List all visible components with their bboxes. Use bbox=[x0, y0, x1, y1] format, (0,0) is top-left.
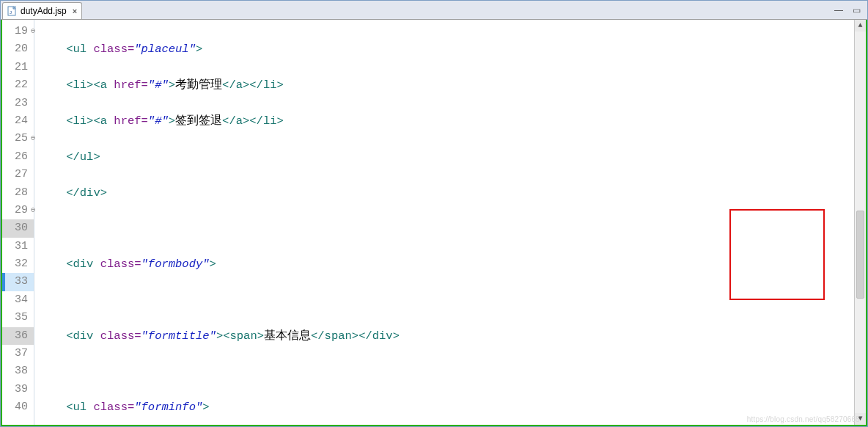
line-number[interactable]: 39 bbox=[2, 381, 34, 398]
watermark: https://blog.csdn.net/qq58270665 bbox=[747, 415, 860, 423]
line-number[interactable]: 37 bbox=[2, 345, 34, 362]
line-number[interactable]: 28 bbox=[2, 184, 34, 202]
tab-dutyadd-jsp[interactable]: J dutyAdd.jsp × bbox=[2, 2, 82, 19]
line-number[interactable]: 30 bbox=[2, 219, 34, 237]
editor-window: J dutyAdd.jsp × — ▭ 19 20 21 22 23 24 25… bbox=[0, 0, 868, 427]
line-number[interactable]: 23 bbox=[2, 95, 34, 112]
window-controls: — ▭ bbox=[832, 1, 867, 19]
line-number[interactable]: 34 bbox=[2, 291, 34, 309]
line-number[interactable]: 35 bbox=[2, 309, 34, 326]
line-number[interactable]: 38 bbox=[2, 362, 34, 380]
scroll-thumb[interactable] bbox=[856, 211, 864, 299]
line-number[interactable]: 25 bbox=[2, 130, 34, 147]
editor-area: 19 20 21 22 23 24 25 26 27 28 29 30 31 3… bbox=[1, 20, 867, 426]
line-number[interactable]: 31 bbox=[2, 238, 34, 255]
minimize-icon[interactable]: — bbox=[832, 5, 845, 15]
line-number[interactable]: 26 bbox=[2, 148, 34, 166]
vertical-scrollbar[interactable]: ▲ ▼ bbox=[854, 20, 866, 425]
svg-text:J: J bbox=[10, 10, 12, 15]
tab-bar: J dutyAdd.jsp × — ▭ bbox=[1, 1, 867, 20]
line-number[interactable]: 24 bbox=[2, 112, 34, 130]
tab-filename: dutyAdd.jsp bbox=[21, 6, 67, 16]
line-number[interactable]: 40 bbox=[2, 398, 34, 416]
line-number[interactable]: 21 bbox=[2, 59, 34, 76]
line-number[interactable]: 22 bbox=[2, 76, 34, 94]
code-editor[interactable]: <ul class="placeul"> <li><a href="#">考勤管… bbox=[34, 20, 853, 425]
line-number[interactable]: 33 bbox=[2, 273, 34, 291]
line-number[interactable]: 36 bbox=[2, 327, 34, 345]
jsp-file-icon: J bbox=[7, 6, 18, 16]
scroll-up-button[interactable]: ▲ bbox=[855, 20, 866, 32]
gutter[interactable]: 19 20 21 22 23 24 25 26 27 28 29 30 31 3… bbox=[2, 20, 34, 425]
close-icon[interactable]: × bbox=[70, 7, 77, 15]
line-number[interactable]: 32 bbox=[2, 255, 34, 273]
line-number[interactable]: 27 bbox=[2, 166, 34, 183]
line-number[interactable]: 29 bbox=[2, 202, 34, 219]
line-number[interactable]: 19 bbox=[2, 23, 34, 40]
line-number[interactable]: 20 bbox=[2, 40, 34, 58]
maximize-icon[interactable]: ▭ bbox=[850, 5, 863, 15]
